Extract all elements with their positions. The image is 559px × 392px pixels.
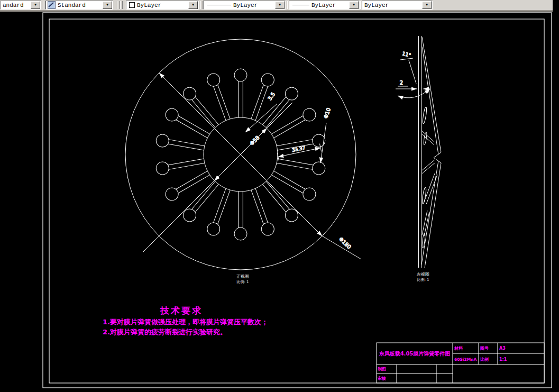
toolbar-separator [117, 1, 120, 9]
linetype-value: ByLayer [233, 2, 258, 8]
plotstyle-value: ByLayer [364, 2, 389, 8]
toolbar-edge [0, 10, 553, 12]
chevron-down-icon[interactable]: ▼ [31, 1, 40, 9]
text-style-icon [48, 1, 56, 9]
dim-style-value: andard [3, 2, 24, 8]
checker-label: 审核 [378, 374, 396, 382]
text-style-combo[interactable]: Standard ▼ [45, 1, 113, 10]
lineweight-combo[interactable]: ByLayer ▼ [289, 1, 360, 10]
drawing-canvas[interactable]: Φ180 Φ58 3.5 33.37 Φ10 [0, 0, 559, 392]
color-value: ByLayer [137, 2, 161, 8]
plotstyle-combo[interactable]: ByLayer ▼ [362, 1, 433, 10]
lineweight-line-icon [292, 5, 309, 5]
tech-requirement-item: 1.要对膜片弹簧做强压处理，即将膜片弹簧压平数次； [103, 317, 268, 327]
dim-window-diameter: Φ10 [320, 107, 332, 163]
dim-outer-diameter: Φ180 [159, 73, 361, 259]
svg-text:33.37: 33.37 [291, 145, 306, 153]
side-view: 11° 2 [396, 36, 441, 268]
dim-slot-width: 3.5 [245, 91, 277, 132]
front-view: Φ180 Φ58 3.5 33.37 Φ10 [125, 39, 361, 270]
svg-text:Φ10: Φ10 [323, 107, 332, 119]
sheet-value: A3 [499, 344, 531, 353]
sheet-label: 图号 [480, 344, 497, 353]
dim-inner-diameter: Φ58 [143, 103, 292, 252]
lineweight-value: ByLayer [311, 2, 336, 8]
chevron-down-icon[interactable]: ▼ [422, 1, 432, 9]
tech-requirement-item: 2.对膜片弹簧的疲劳断裂进行实验研究。 [103, 327, 227, 337]
chevron-down-icon[interactable]: ▼ [188, 1, 198, 9]
toolbar-separator [120, 1, 123, 9]
text-style-value: Standard [58, 2, 86, 8]
color-combo[interactable]: ByLayer ▼ [126, 1, 199, 10]
dim-cone-angle: 11° [398, 50, 430, 98]
chevron-down-icon[interactable]: ▼ [349, 1, 359, 9]
svg-text:Φ180: Φ180 [338, 236, 352, 250]
toolbar: andard ▼ Standard ▼ ByLayer ▼ ByLayer ▼ … [0, 0, 553, 10]
scale-label: 比例 [480, 354, 497, 364]
material-label: 材料 [454, 344, 478, 353]
scale-value: 1:1 [499, 354, 531, 364]
linetype-line-icon [207, 5, 231, 5]
side-view-label: 左视图 比例: 1 [407, 272, 439, 282]
color-swatch-icon [129, 2, 135, 8]
dim-thickness: 2 [396, 80, 430, 89]
linetype-combo[interactable]: ByLayer ▼ [203, 1, 286, 10]
drawing-title: 东风板载4.05膜片弹簧零件图 [377, 343, 453, 364]
svg-text:3.5: 3.5 [267, 91, 276, 101]
chevron-down-icon[interactable]: ▼ [275, 1, 285, 9]
chevron-down-icon[interactable]: ▼ [103, 1, 112, 9]
front-view-label: 正视图 比例: 1 [224, 274, 261, 285]
svg-text:11°: 11° [401, 50, 411, 58]
material-value: 60Si2MnA [454, 354, 479, 364]
dim-style-combo[interactable]: andard ▼ [0, 1, 41, 10]
tech-requirements-title: 技术要求 [160, 305, 203, 317]
svg-text:2: 2 [400, 80, 403, 86]
drafter-label: 制图 [378, 365, 396, 373]
